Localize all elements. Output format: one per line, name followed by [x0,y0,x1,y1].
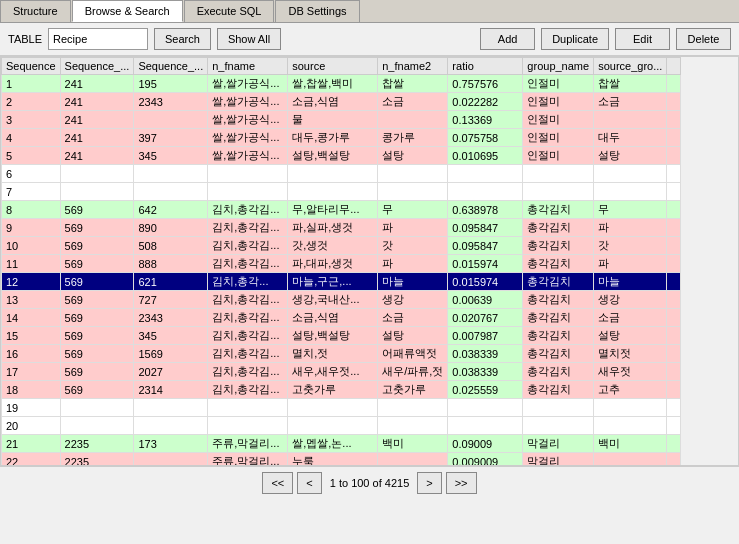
cell-ratio: 0.095847 [448,219,523,237]
table-row[interactable]: 15569345김치,총각김...설탕,백설탕설탕0.007987총각김치설탕 [2,327,681,345]
table-row[interactable]: 7 [2,183,681,201]
cell-grp: 총각김치 [523,309,594,327]
table-row[interactable]: 11569888김치,총각김...파,대파,생것파0.015974총각김치파 [2,255,681,273]
cell-n2: 찹쌀 [378,75,448,93]
cell-src: 소금,식염 [288,93,378,111]
cell-ratio: 0.757576 [448,75,523,93]
table-input[interactable] [48,28,148,50]
table-row[interactable]: 13569727김치,총각김...생강,국내산...생강0.00639총각김치생… [2,291,681,309]
cell-n: 쌀,쌀가공식... [208,75,288,93]
cell-ratio [448,183,523,201]
cell-s1: 569 [60,201,134,219]
table-row[interactable]: 175692027김치,총각김...새우,새우젓...새우/파류,젓0.0383… [2,363,681,381]
tab-browse-search[interactable]: Browse & Search [72,0,183,22]
table-row[interactable]: 185692314김치,총각김...고춧가루고춧가루0.025559총각김치고추 [2,381,681,399]
table-row[interactable]: 1241195쌀,쌀가공식...쌀,찹쌀,백미찹쌀0.757576인절미찹쌀 [2,75,681,93]
cell-n [208,165,288,183]
cell-grp: 총각김치 [523,201,594,219]
cell-seq: 5 [2,147,61,165]
cell-ratio: 0.09009 [448,435,523,453]
table-row[interactable]: 212235173주류,막걸리...쌀,멥쌀,논...백미0.09009막걸리백… [2,435,681,453]
tab-db-settings[interactable]: DB Settings [275,0,359,22]
prev-page-button[interactable]: < [297,472,321,494]
col-extra[interactable] [667,58,681,75]
cell-ratio: 0.025559 [448,381,523,399]
cell-grp: 인절미 [523,129,594,147]
col-sequence2[interactable]: Sequence_... [60,58,134,75]
cell-seq: 12 [2,273,61,291]
tab-structure[interactable]: Structure [0,0,71,22]
cell-grp: 총각김치 [523,255,594,273]
toolbar: TABLE Search Show All Add Duplicate Edit… [0,23,739,56]
cell-seq: 1 [2,75,61,93]
col-sourcegro[interactable]: source_gro... [594,58,667,75]
table-row[interactable]: 3241쌀,쌀가공식...물0.13369인절미 [2,111,681,129]
cell-n2: 설탕 [378,147,448,165]
cell-sg [594,453,667,467]
first-page-button[interactable]: << [262,472,293,494]
last-page-button[interactable]: >> [446,472,477,494]
table-row[interactable]: 6 [2,165,681,183]
cell-s2 [134,111,208,129]
table-row[interactable]: 145692343김치,총각김...소금,식염소금0.020767총각김치소금 [2,309,681,327]
cell-n2 [378,183,448,201]
edit-button[interactable]: Edit [615,28,670,50]
cell-n: 김치,총각김... [208,201,288,219]
cell-s2: 345 [134,327,208,345]
table-row[interactable]: 10569508김치,총각김...갓,생것갓0.095847총각김치갓 [2,237,681,255]
col-nfname2[interactable]: n_fname2 [378,58,448,75]
table-row[interactable]: 8569642김치,총각김...무,알타리무...무0.638978총각김치무 [2,201,681,219]
col-sequence[interactable]: Sequence [2,58,61,75]
cell-s2: 888 [134,255,208,273]
cell-grp: 인절미 [523,147,594,165]
cell-src: 마늘,구근,... [288,273,378,291]
tab-execute-sql[interactable]: Execute SQL [184,0,275,22]
cell-seq: 7 [2,183,61,201]
cell-grp: 총각김치 [523,327,594,345]
table-row[interactable]: 19 [2,399,681,417]
col-nfname[interactable]: n_fname [208,58,288,75]
cell-sg: 생강 [594,291,667,309]
cell-seq: 8 [2,201,61,219]
delete-button[interactable]: Delete [676,28,731,50]
col-source[interactable]: source [288,58,378,75]
cell-s1: 569 [60,309,134,327]
cell-s2: 621 [134,273,208,291]
duplicate-button[interactable]: Duplicate [541,28,609,50]
table-row[interactable]: 9569890김치,총각김...파,실파,생것파0.095847총각김치파 [2,219,681,237]
table-row[interactable]: 12569621김치,총각...마늘,구근,...마늘0.015974총각김치마… [2,273,681,291]
cell-src [288,399,378,417]
cell-sg: 소금 [594,309,667,327]
cell-n: 김치,총각김... [208,381,288,399]
table-row[interactable]: 20 [2,417,681,435]
data-table: Sequence Sequence_... Sequence_... n_fna… [1,57,681,466]
cell-s1: 241 [60,147,134,165]
pagination: << < 1 to 100 of 4215 > >> [0,466,739,499]
cell-extra [667,435,681,453]
cell-n [208,183,288,201]
cell-s2: 642 [134,201,208,219]
search-button[interactable]: Search [154,28,211,50]
table-row[interactable]: 222235주류,막걸리...누룩0.009009막걸리 [2,453,681,467]
cell-s1: 241 [60,111,134,129]
table-row[interactable]: 22412343쌀,쌀가공식...소금,식염소금0.022282인절미소금 [2,93,681,111]
add-button[interactable]: Add [480,28,535,50]
table-row[interactable]: 4241397쌀,쌀가공식...대두,콩가루콩가루0.075758인절미대두 [2,129,681,147]
cell-grp: 총각김치 [523,381,594,399]
cell-sg: 마늘 [594,273,667,291]
show-all-button[interactable]: Show All [217,28,281,50]
cell-n: 김치,총각김... [208,219,288,237]
cell-src: 물 [288,111,378,129]
col-groupname[interactable]: group_name [523,58,594,75]
data-table-container[interactable]: Sequence Sequence_... Sequence_... n_fna… [0,56,739,466]
col-ratio[interactable]: ratio [448,58,523,75]
cell-extra [667,129,681,147]
cell-ratio: 0.038339 [448,363,523,381]
table-row[interactable]: 165691569김치,총각김...멸치,젓어패류액젓0.038339총각김치멸… [2,345,681,363]
cell-extra [667,291,681,309]
cell-n2 [378,417,448,435]
cell-s2: 2343 [134,93,208,111]
next-page-button[interactable]: > [417,472,441,494]
table-row[interactable]: 5241345쌀,쌀가공식...설탕,백설탕설탕0.010695인절미설탕 [2,147,681,165]
col-sequence3[interactable]: Sequence_... [134,58,208,75]
